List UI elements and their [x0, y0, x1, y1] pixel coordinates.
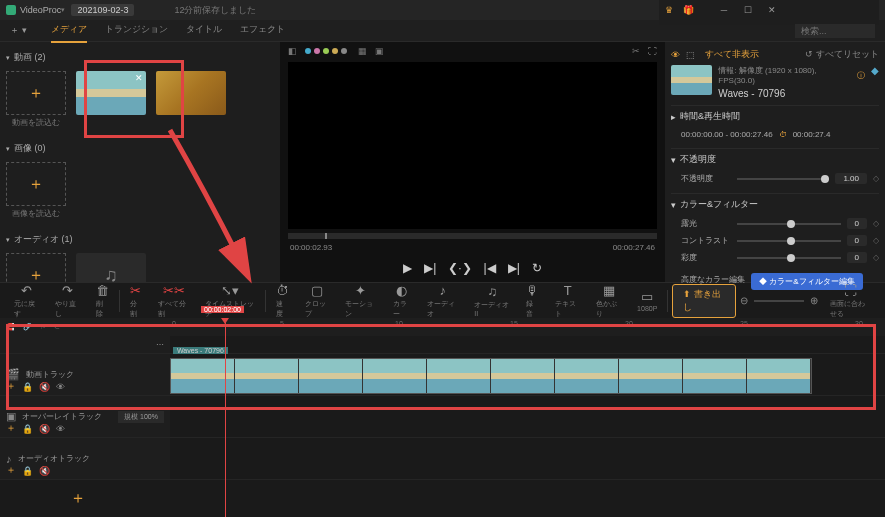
opacity-value[interactable]: 1.00 — [835, 173, 867, 184]
eye-icon[interactable]: 👁 — [671, 50, 680, 60]
jump-end-button[interactable]: ▶| — [508, 261, 520, 275]
zoom-out-icon[interactable]: ⊖ — [740, 295, 748, 306]
delete-button[interactable]: 🗑削除 — [90, 283, 115, 319]
chroma-button[interactable]: ▦色かぶり — [590, 283, 627, 319]
color-button[interactable]: ◐カラー — [387, 283, 418, 319]
fit-screen-button[interactable]: ⛶画面に合わせる — [824, 283, 877, 319]
tab-title[interactable]: タイトル — [186, 23, 222, 39]
search-input[interactable] — [795, 24, 875, 38]
crop-button[interactable]: ▢クロップ — [299, 283, 336, 319]
record-button[interactable]: 🎙録音 — [520, 283, 545, 319]
hide-track-icon[interactable]: 👁 — [56, 382, 65, 392]
opacity-section-header[interactable]: ▾不透明度 — [671, 148, 879, 170]
mute-icon[interactable]: 🔇 — [39, 466, 50, 476]
marker-icon[interactable]: ⚑ — [40, 323, 46, 331]
image-section-header[interactable]: ▾画像 (0) — [6, 139, 274, 158]
lock-icon[interactable]: 🔒 — [22, 424, 33, 434]
preview-scrubber[interactable] — [288, 233, 657, 239]
minimize-button[interactable]: ─ — [712, 1, 736, 19]
add-track-icon[interactable]: ＋ — [6, 379, 16, 393]
exposure-value[interactable]: 0 — [847, 218, 867, 229]
reset-all-button[interactable]: ↺ すべてリセット — [805, 48, 879, 61]
audio-section-header[interactable]: ▾オーディオ (1) — [6, 230, 274, 249]
step-button[interactable]: ▶| — [424, 261, 436, 275]
contrast-slider[interactable] — [737, 240, 841, 242]
audio-button[interactable]: ♪オーディオ — [421, 283, 464, 319]
export-button[interactable]: ⬆ 書き出し — [672, 284, 735, 318]
saturation-slider[interactable] — [737, 257, 841, 259]
add-track-icon[interactable]: ＋ — [6, 463, 16, 477]
add-track-icon[interactable]: ＋ — [6, 421, 16, 435]
lock-icon[interactable]: 🔒 — [22, 466, 33, 476]
motion-button[interactable]: ✦モーション — [339, 283, 382, 319]
audio-track[interactable] — [170, 438, 885, 479]
video-section-header[interactable]: ▾動画 (2) — [6, 48, 274, 67]
screenshot-icon[interactable]: ✂ — [632, 46, 640, 56]
keyframe-icon[interactable]: ◇ — [873, 236, 879, 245]
resolution-button[interactable]: ▭1080P — [631, 289, 663, 312]
upgrade-icon[interactable]: ♛ — [665, 5, 673, 15]
video-track-head[interactable]: 🎬 動画トラック ＋ 🔒🔇👁 — [0, 354, 170, 395]
mute-icon[interactable]: 🔇 — [39, 382, 50, 392]
tab-effect[interactable]: エフェクト — [240, 23, 285, 39]
keyframe-icon[interactable]: ◇ — [873, 174, 879, 183]
contrast-value[interactable]: 0 — [847, 235, 867, 246]
marker-colors[interactable] — [305, 46, 350, 56]
import-audio-button[interactable]: ＋ オーディオを読込む — [6, 253, 66, 282]
media-clip-waves[interactable]: ✕ Waves - 70796 — [76, 71, 146, 115]
keyframe-icon[interactable]: ◇ — [873, 253, 879, 262]
fx-icon[interactable]: ⬚ — [686, 50, 695, 60]
keyframe-icon[interactable]: ◇ — [873, 219, 879, 228]
preview-viewport[interactable] — [288, 62, 657, 229]
saturation-value[interactable]: 0 — [847, 252, 867, 263]
timeline-clip-waves[interactable]: Waves - 70796 — [170, 358, 812, 394]
color-picker-icon[interactable]: ◆ — [871, 65, 879, 99]
media-audio-1[interactable]: ♫ Untitled...lipchamp — [76, 253, 146, 282]
remove-clip-icon[interactable]: ✕ — [135, 73, 143, 83]
camera-icon[interactable]: ▣ — [375, 46, 384, 56]
timeline-ruler[interactable]: 🧲 🔗 ⚑ ⊂ 0 5 10 15 20 25 30 — [0, 318, 885, 336]
magnet-icon[interactable]: 🧲 — [6, 323, 15, 331]
add-track-button[interactable]: ＋ — [70, 488, 86, 509]
link-icon[interactable]: 🔗 — [23, 323, 32, 331]
add-tab-button[interactable]: ＋ ▾ — [10, 24, 27, 37]
exposure-slider[interactable] — [737, 223, 841, 225]
overlay-track[interactable] — [170, 396, 885, 437]
split-button[interactable]: ✂分割 — [124, 283, 148, 319]
video-track[interactable]: Waves - 70796 — [170, 354, 885, 395]
fullscreen-icon[interactable]: ⛶ — [648, 46, 657, 56]
track-zoom[interactable]: 規模 100% — [118, 411, 164, 423]
split-all-button[interactable]: ✂✂すべて分割 — [152, 283, 195, 319]
lock-icon[interactable]: 🔒 — [22, 382, 33, 392]
layers-icon[interactable]: ▦ — [358, 46, 367, 56]
mute-icon[interactable]: 🔇 — [39, 424, 50, 434]
loop-button[interactable]: ↻ — [532, 261, 542, 275]
project-name[interactable]: 202109-02-3 — [71, 4, 134, 16]
audio2-button[interactable]: ♫オーディオ II — [468, 284, 516, 317]
playhead[interactable]: 00:00:02:00 — [225, 318, 226, 517]
media-clip-fall[interactable]: Fall - 23881 — [156, 71, 226, 115]
tab-transition[interactable]: トランジション — [105, 23, 168, 39]
close-button[interactable]: ✕ — [760, 1, 784, 19]
undo-button[interactable]: ↶元に戻す — [8, 283, 45, 319]
import-video-button[interactable]: ＋ 動画を読込む — [6, 71, 66, 115]
maximize-button[interactable]: ☐ — [736, 1, 760, 19]
zoom-in-icon[interactable]: ⊕ — [810, 295, 818, 306]
play-button[interactable]: ▶ — [403, 261, 412, 275]
jump-start-button[interactable]: |◀ — [484, 261, 496, 275]
hide-all-button[interactable]: すべて非表示 — [705, 48, 759, 61]
overlay-track-head[interactable]: ▣ オーバーレイトラック ＋ 🔒🔇👁 規模 100% — [0, 396, 170, 437]
loop-icon[interactable]: ⊂ — [54, 323, 60, 331]
text-button[interactable]: Tテキスト — [549, 283, 586, 319]
time-section-header[interactable]: ▸時間&再生時間 — [671, 105, 879, 127]
opacity-slider[interactable] — [737, 178, 829, 180]
snap-icon[interactable]: ◧ — [288, 46, 297, 56]
zoom-slider[interactable] — [754, 300, 804, 302]
import-image-button[interactable]: ＋ 画像を読込む — [6, 162, 66, 206]
time-stretch-button[interactable]: ⤡▾タイムストレッチ — [199, 283, 261, 319]
color-section-header[interactable]: ▾カラー&フィルター — [671, 193, 879, 215]
hide-track-icon[interactable]: 👁 — [56, 424, 65, 434]
audio-track-head[interactable]: ♪ オーディオトラック ＋ 🔒🔇 — [0, 438, 170, 479]
tab-media[interactable]: メディア — [51, 23, 87, 39]
info-icon[interactable]: ⓘ — [857, 70, 865, 81]
